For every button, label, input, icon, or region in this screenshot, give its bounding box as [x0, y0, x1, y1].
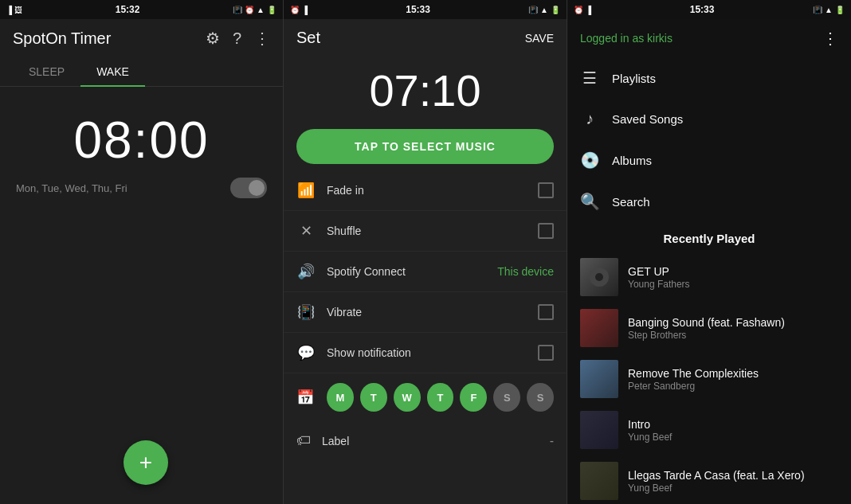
nav-search[interactable]: 🔍 Search [567, 181, 851, 222]
wifi-icon-3: ▲ [825, 6, 833, 14]
alarm-icon-3: ⏰ [574, 6, 583, 14]
add-alarm-button[interactable]: + [124, 440, 168, 485]
vibrate-checkbox[interactable] [538, 304, 554, 320]
track-item-2[interactable]: Banging Sound (feat. Fashawn) Step Broth… [567, 303, 851, 354]
fade-in-option[interactable]: 📶 Fade in [284, 170, 567, 211]
track-title-4: Intro [628, 417, 838, 432]
calendar-icon: 📅 [296, 389, 314, 406]
day-sunday[interactable]: S [527, 383, 554, 412]
more-options-icon[interactable]: ⋮ [254, 29, 270, 48]
shuffle-checkbox[interactable] [538, 223, 554, 239]
select-music-button[interactable]: TAP TO SELECT MUSIC [296, 129, 554, 164]
track-title-3: Remove The Complexities [628, 366, 838, 381]
wifi-icon-2: ▲ [540, 6, 548, 14]
status-icons-right-3: 📳 ▲ 🔋 [813, 6, 845, 14]
track-item-4[interactable]: Intro Yung Beef [567, 404, 851, 455]
logged-in-label: Logged in as kirkis [580, 32, 673, 45]
nav-saved-songs[interactable]: ♪ Saved Songs [567, 99, 851, 139]
signal-icon-2: ▐ [302, 6, 308, 14]
status-bar-2: ⏰ ▐ 15:33 📳 ▲ 🔋 [284, 0, 567, 19]
track-item-3[interactable]: Remove The Complexities Peter Sandberg [567, 354, 851, 404]
status-bar-3: ⏰ ▐ 15:33 📳 ▲ 🔋 [567, 0, 851, 19]
spotify-more-icon[interactable]: ⋮ [822, 29, 838, 48]
track-artist-3: Peter Sandberg [628, 381, 838, 392]
tab-sleep[interactable]: SLEEP [13, 57, 80, 86]
track-item-5[interactable]: Llegas Tarde A Casa (feat. La Xero) Yung… [567, 455, 851, 504]
recently-played-header: Recently Played [567, 222, 851, 252]
tab-wake[interactable]: WAKE [80, 57, 145, 86]
track-info-2: Banging Sound (feat. Fashawn) Step Broth… [628, 315, 838, 341]
track-thumb-2 [580, 309, 618, 347]
spotify-header: Logged in as kirkis ⋮ [567, 19, 851, 57]
alarm-display: 08:00 Mon, Tue, Wed, Thu, Fri [0, 87, 283, 214]
spotify-panel: ⏰ ▐ 15:33 📳 ▲ 🔋 Logged in as kirkis ⋮ ☰ … [567, 0, 851, 504]
spotify-connect-label: Spotify Connect [327, 265, 497, 278]
track-info-3: Remove The Complexities Peter Sandberg [628, 366, 838, 392]
day-tuesday[interactable]: T [360, 383, 387, 412]
spotify-scroll[interactable]: ☰ Playlists ♪ Saved Songs 💿 Albums 🔍 Sea… [567, 57, 851, 504]
track-info-4: Intro Yung Beef [628, 417, 838, 443]
vibrate-status-icon: 📳 [233, 6, 242, 14]
battery-icon-3: 🔋 [835, 6, 845, 14]
notification-label: Show notification [327, 346, 538, 359]
label-icon: 🏷 [296, 432, 311, 449]
track-item-1[interactable]: GET UP Young Fathers [567, 252, 851, 303]
set-alarm-time[interactable]: 07:10 [284, 57, 567, 129]
vibrate-option[interactable]: 📳 Vibrate [284, 292, 567, 333]
time-display-3: 15:33 [690, 4, 715, 15]
fade-in-checkbox[interactable] [538, 182, 554, 198]
nav-playlists[interactable]: ☰ Playlists [567, 57, 851, 99]
status-bar-1: ▐ 🖼 15:32 📳 ⏰ ▲ 🔋 [0, 0, 283, 19]
vibrate-icon-2: 📳 [528, 6, 538, 14]
status-icons-right: 📳 ⏰ ▲ 🔋 [233, 6, 276, 14]
playlists-label: Playlists [612, 72, 656, 85]
track-artist-1: Young Fathers [628, 279, 838, 290]
notification-icon: 💬 [296, 344, 316, 361]
day-wednesday[interactable]: W [394, 383, 421, 412]
day-friday[interactable]: F [460, 383, 487, 412]
set-alarm-header: Set SAVE [284, 19, 567, 57]
alarm-time: 08:00 [73, 111, 209, 170]
track-artist-2: Step Brothers [628, 330, 838, 341]
nav-albums[interactable]: 💿 Albums [567, 139, 851, 181]
search-icon: 🔍 [580, 192, 599, 211]
notification-checkbox[interactable] [538, 345, 554, 361]
signal-icon: ▐ [6, 6, 12, 14]
shuffle-option[interactable]: ✕ Shuffle [284, 211, 567, 252]
alarm-status-icon: ⏰ [245, 6, 254, 14]
save-button[interactable]: SAVE [525, 32, 554, 45]
status-icons-right-2: 📳 ▲ 🔋 [528, 6, 560, 14]
label-dash: - [550, 434, 554, 448]
set-alarm-panel: ⏰ ▐ 15:33 📳 ▲ 🔋 Set SAVE 07:10 TAP TO SE… [284, 0, 567, 504]
fade-in-label: Fade in [327, 184, 538, 197]
day-thursday[interactable]: T [427, 383, 454, 412]
svg-point-1 [595, 273, 603, 281]
albums-icon: 💿 [580, 150, 599, 170]
vibrate-icon-3: 📳 [813, 6, 822, 14]
settings-icon[interactable]: ⚙ [206, 29, 220, 48]
day-monday[interactable]: M [327, 383, 354, 412]
track-thumb-1 [580, 258, 618, 296]
fade-in-icon: 📶 [296, 182, 316, 199]
vibrate-label: Vibrate [327, 306, 538, 318]
alarm-toggle[interactable] [230, 178, 267, 198]
app-header: SpotOn Timer ⚙ ? ⋮ [0, 19, 283, 57]
notification-option[interactable]: 💬 Show notification [284, 333, 567, 373]
spotify-connect-value: This device [497, 265, 554, 278]
status-icons-left: ▐ 🖼 [6, 6, 22, 14]
track-artist-4: Yung Beef [628, 432, 838, 443]
app-title: SpotOn Timer [13, 29, 111, 48]
spotify-connect-option[interactable]: 🔊 Spotify Connect This device [284, 252, 567, 292]
track-title-2: Banging Sound (feat. Fashawn) [628, 315, 838, 330]
status-icons-left-3: ⏰ ▐ [574, 6, 591, 14]
label-text: Label [322, 435, 550, 447]
track-thumb-4 [580, 411, 618, 449]
alarm-days: Mon, Tue, Wed, Thu, Fri [16, 182, 127, 194]
time-display-2: 15:33 [406, 4, 430, 15]
help-icon[interactable]: ? [233, 29, 241, 48]
battery-icon-2: 🔋 [551, 6, 560, 14]
label-row[interactable]: 🏷 Label - [284, 421, 567, 460]
day-saturday[interactable]: S [493, 383, 520, 412]
time-display-1: 15:32 [116, 4, 140, 15]
alarm-row: Mon, Tue, Wed, Thu, Fri [16, 178, 267, 198]
